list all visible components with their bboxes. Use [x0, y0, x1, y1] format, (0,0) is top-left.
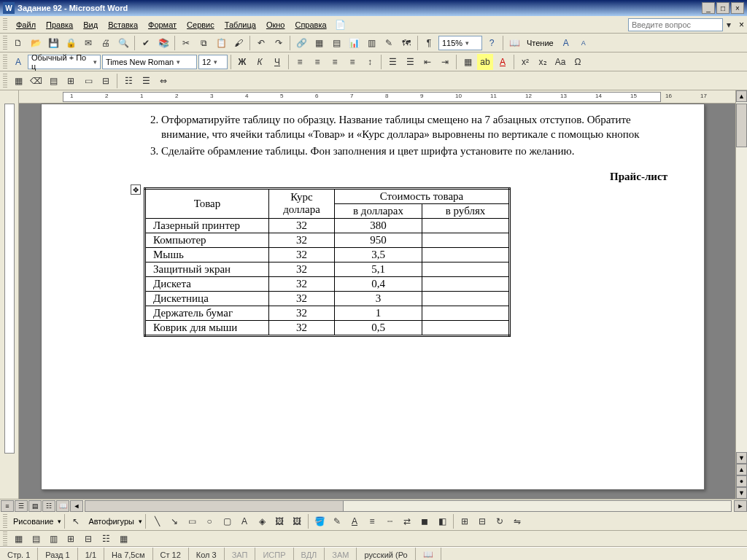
wordart-icon[interactable]: A	[236, 513, 252, 529]
ungroup-icon[interactable]: ⊟	[474, 513, 490, 529]
format-painter-icon[interactable]: 🖌	[231, 35, 247, 51]
cell-rate[interactable]: 32	[269, 218, 335, 233]
open-icon[interactable]: 📂	[28, 35, 44, 51]
toolbar-grip-4[interactable]	[3, 514, 7, 529]
new-icon[interactable]: 🗋	[10, 35, 26, 51]
document-page[interactable]: Отформатируйте таблицу по образцу. Назва…	[41, 104, 705, 490]
toolbar-grip-2[interactable]	[3, 55, 7, 69]
font-combo[interactable]: Times New Roman▾	[102, 55, 197, 69]
help-icon[interactable]: ?	[484, 35, 500, 51]
cell-product[interactable]: Лазерный принтер	[145, 218, 269, 233]
table-move-handle[interactable]: ✥	[131, 184, 141, 195]
save-icon[interactable]: 💾	[45, 35, 61, 51]
menu-view[interactable]: Вид	[79, 18, 102, 31]
cell-rub[interactable]	[422, 306, 510, 320]
cell-product[interactable]: Компьютер	[145, 233, 269, 247]
oval-icon[interactable]: ○	[201, 513, 217, 529]
table-row[interactable]: Коврик для мыши320,5	[145, 320, 510, 335]
copy-icon[interactable]: ⧉	[196, 35, 212, 51]
table-split-icon[interactable]: ⊟	[98, 73, 114, 89]
table-row[interactable]: Дискета320,4	[145, 276, 510, 291]
paste-icon[interactable]: 📋	[213, 35, 229, 51]
linecolor-icon[interactable]: ✎	[329, 513, 345, 529]
permissions-icon[interactable]: 🔒	[63, 35, 79, 51]
insert-table-icon[interactable]: ▤	[328, 35, 344, 51]
group-icon[interactable]: ⊞	[457, 513, 473, 529]
sec-icon-6[interactable]: ☷	[98, 531, 114, 547]
sec-icon-2[interactable]: ▤	[28, 531, 44, 547]
table-row[interactable]: Дискетница323	[145, 291, 510, 306]
scroll-down-button[interactable]: ▼	[736, 452, 747, 464]
vertical-scrollbar[interactable]: ▲ ▼ ▲ ● ▼	[735, 90, 747, 499]
fontsize-combo[interactable]: 12▾	[198, 55, 228, 69]
menubar-grip[interactable]	[3, 18, 7, 31]
cell-rate[interactable]: 32	[269, 306, 335, 320]
numbered-list-icon[interactable]: ☰	[384, 54, 400, 70]
cell-rate[interactable]: 32	[269, 320, 335, 335]
cell-product[interactable]: Коврик для мыши	[145, 320, 269, 335]
vertical-ruler[interactable]	[0, 90, 19, 499]
view-outline-button[interactable]: ☷	[42, 500, 55, 512]
reading-icon[interactable]: 📖	[506, 35, 522, 51]
docmap-icon[interactable]: 🗺	[398, 35, 414, 51]
table-row[interactable]: Защитный экран325,1	[145, 262, 510, 276]
styles-icon[interactable]: A	[10, 54, 26, 70]
status-ovr[interactable]: ЗАМ	[325, 548, 357, 560]
indent-icon[interactable]: ⇥	[437, 54, 453, 70]
outdent-icon[interactable]: ⇤	[419, 54, 436, 70]
list-item[interactable]: Сделайте обрамление таблицы. Фон заполне…	[161, 144, 667, 159]
hscroll-right-button[interactable]: ►	[734, 500, 747, 512]
table-row[interactable]: Лазерный принтер32380	[145, 218, 510, 233]
cell-product[interactable]: Мышь	[145, 247, 269, 262]
sec-icon-5[interactable]: ⊟	[80, 531, 96, 547]
bold-icon[interactable]: Ж	[234, 54, 250, 70]
help-search-input[interactable]	[628, 18, 723, 31]
tables-borders-icon[interactable]: ▦	[311, 35, 327, 51]
menu-file[interactable]: Файл	[12, 18, 40, 31]
table-row[interactable]: Компьютер32950	[145, 233, 510, 247]
hscroll-left-button[interactable]: ◄	[70, 500, 83, 512]
cell-product[interactable]: Держатель бумаг	[145, 306, 269, 320]
hscroll-track[interactable]	[85, 500, 732, 512]
pilcrow-icon[interactable]: ¶	[421, 35, 437, 51]
spellcheck-icon[interactable]: ✔	[138, 35, 154, 51]
table-align-icon[interactable]: ☷	[120, 73, 136, 89]
cell-usd[interactable]: 950	[335, 233, 422, 247]
view-print-button[interactable]: ▤	[28, 500, 42, 512]
cell-usd[interactable]: 3	[335, 291, 422, 306]
cell-product[interactable]: Защитный экран	[145, 262, 269, 276]
font-color-icon[interactable]: A	[495, 54, 511, 70]
th-usd[interactable]: в долларах	[335, 203, 422, 218]
rotate-icon[interactable]: ↻	[492, 513, 508, 529]
cell-rub[interactable]	[422, 262, 510, 276]
style-combo[interactable]: Обычный + По ц▾	[28, 55, 101, 69]
prev-page-button[interactable]: ▲	[736, 464, 747, 475]
menu-insert[interactable]: Вставка	[104, 18, 142, 31]
italic-icon[interactable]: К	[252, 54, 268, 70]
th-product[interactable]: Товар	[145, 188, 269, 218]
cell-usd[interactable]: 380	[335, 218, 422, 233]
subscript-icon[interactable]: x₂	[535, 54, 551, 70]
excel-icon[interactable]: 📊	[346, 35, 362, 51]
menu-table[interactable]: Таблица	[220, 18, 260, 31]
table-merge-icon[interactable]: ⊞	[63, 73, 79, 89]
clipart-icon[interactable]: 🖼	[271, 513, 287, 529]
redo-icon[interactable]: ↷	[271, 35, 287, 51]
symbol-icon[interactable]: Ω	[570, 54, 586, 70]
table-dist-icon[interactable]: ☰	[138, 73, 154, 89]
superscript-icon[interactable]: x²	[517, 54, 533, 70]
view-reading-button[interactable]: 📖	[56, 500, 69, 512]
th-rub[interactable]: в рублях	[422, 203, 510, 218]
preview-icon[interactable]: 🔍	[115, 35, 131, 51]
menu-format[interactable]: Формат	[144, 18, 181, 31]
linewidth-icon[interactable]: ≡	[364, 513, 380, 529]
status-rec[interactable]: ЗАП	[225, 548, 256, 560]
view-web-button[interactable]: ☰	[15, 500, 28, 512]
next-page-button[interactable]: ▼	[736, 487, 747, 499]
status-lang[interactable]: русский (Ро	[357, 548, 415, 560]
status-trk[interactable]: ИСПР	[255, 548, 293, 560]
rectangle-icon[interactable]: ▭	[184, 513, 200, 529]
line-icon[interactable]: ╲	[149, 513, 165, 529]
cell-rate[interactable]: 32	[269, 262, 335, 276]
3d-icon[interactable]: ◧	[434, 513, 450, 529]
